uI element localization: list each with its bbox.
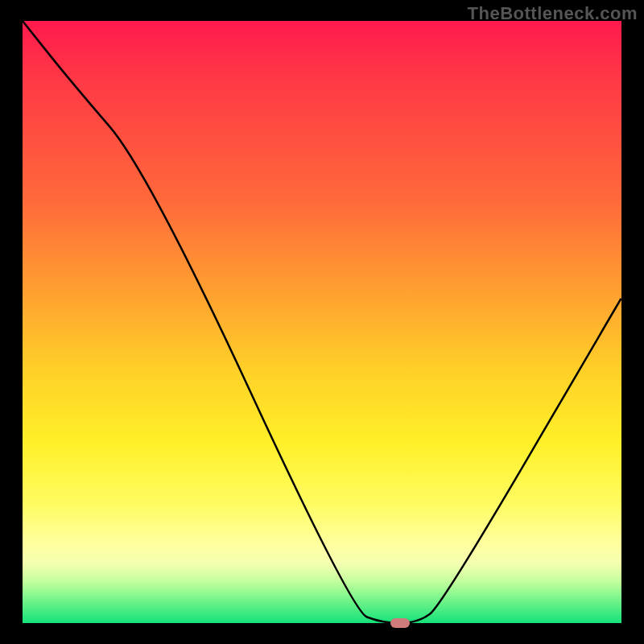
bottleneck-curve	[23, 21, 621, 623]
chart-frame: TheBottleneck.com	[0, 0, 644, 644]
curve-path	[23, 21, 621, 623]
optimal-point-marker	[390, 618, 410, 628]
plot-area	[23, 21, 621, 623]
